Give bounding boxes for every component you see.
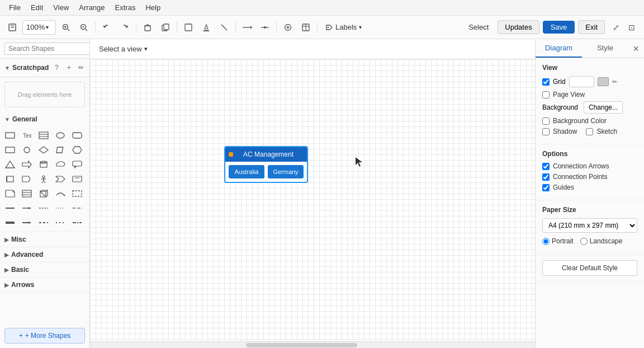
more-shapes-btn[interactable]: + + More Shapes: [4, 328, 85, 344]
fullscreen-btn[interactable]: ⤢: [608, 20, 624, 35]
shape-text[interactable]: Text: [20, 129, 34, 142]
scratchpad-add-btn[interactable]: +: [63, 62, 74, 73]
clear-style-btn[interactable]: Clear Default Style: [542, 260, 637, 276]
save-btn[interactable]: Save: [543, 21, 575, 34]
shape-line-dbl[interactable]: [37, 201, 50, 215]
section-basic-header[interactable]: ▶ Basic: [0, 262, 89, 277]
portrait-radio[interactable]: [542, 238, 550, 245]
scratchpad-edit-btn[interactable]: ✏: [75, 62, 87, 73]
landscape-label[interactable]: Landscape: [580, 237, 623, 245]
shape-hexagon[interactable]: [70, 143, 84, 157]
paper-size-select[interactable]: A4 (210 mm x 297 mm)A3LetterLegal: [542, 218, 637, 233]
shape-cylinder[interactable]: [37, 158, 50, 171]
waypoint-btn[interactable]: [257, 20, 273, 35]
search-input[interactable]: [4, 43, 90, 55]
horizontal-scrollbar[interactable]: [90, 341, 535, 348]
panel-close-btn[interactable]: ✕: [628, 39, 644, 58]
shape-line-solid[interactable]: [3, 201, 17, 215]
background-change-btn[interactable]: Change...: [584, 101, 623, 114]
connection-style-btn[interactable]: [239, 20, 255, 35]
shape-rect-r[interactable]: [70, 129, 84, 142]
menu-edit[interactable]: Edit: [26, 2, 48, 13]
shape-line-dotted[interactable]: [54, 201, 67, 215]
menu-view[interactable]: View: [49, 2, 73, 13]
shape-arrow-right[interactable]: [20, 158, 34, 171]
diagram-btn-germany[interactable]: Germany: [268, 165, 304, 178]
shape-cloud[interactable]: [54, 158, 67, 171]
shape-rect2[interactable]: [70, 187, 84, 200]
shape-list[interactable]: [20, 187, 34, 200]
shape-line-arr2[interactable]: [20, 216, 34, 229]
shape-line-arrow[interactable]: [20, 201, 34, 215]
insert-btn[interactable]: [280, 20, 296, 35]
shape-circle[interactable]: [20, 143, 34, 157]
shape-line-cross[interactable]: [37, 216, 50, 229]
grid-color-edit-btn[interactable]: ✏: [612, 78, 617, 86]
connection-points-checkbox[interactable]: [542, 173, 550, 181]
shape-triangle[interactable]: [3, 158, 17, 171]
scrollbar-thumb-h[interactable]: [246, 343, 357, 347]
connection-arrows-checkbox[interactable]: [542, 163, 550, 170]
tab-diagram[interactable]: Diagram: [536, 39, 582, 58]
shape-note[interactable]: [3, 187, 17, 200]
bg-color-checkbox[interactable]: [542, 117, 550, 125]
shape-process[interactable]: [3, 172, 17, 186]
zoom-out-btn[interactable]: [76, 20, 92, 35]
menu-arrange[interactable]: Arrange: [74, 2, 109, 13]
section-advanced-header[interactable]: ▶ Advanced: [0, 247, 89, 262]
page-view-checkbox[interactable]: [542, 91, 550, 98]
zoom-display[interactable]: 100% ▾: [22, 20, 56, 35]
scratchpad-help-btn[interactable]: ?: [51, 62, 62, 73]
view-selector-btn[interactable]: Select a view ▾: [97, 44, 150, 54]
shape-person[interactable]: [37, 172, 50, 186]
zoom-in-btn[interactable]: [58, 20, 74, 35]
scratchpad-collapse-icon[interactable]: ▼: [4, 65, 10, 71]
shape-rect[interactable]: [3, 129, 17, 142]
redo-btn[interactable]: [117, 20, 132, 35]
grid-size-input[interactable]: 10 pt: [569, 76, 594, 87]
delete-btn[interactable]: [140, 20, 155, 35]
shape-line-mix[interactable]: [70, 216, 84, 229]
shape-chevron[interactable]: [54, 172, 67, 186]
panel-toggle-btn[interactable]: ⊡: [624, 20, 640, 35]
shape-diamond[interactable]: [37, 143, 50, 157]
menu-extras[interactable]: Extras: [111, 2, 140, 13]
shape-parallelogram[interactable]: [54, 143, 67, 157]
shape-cube[interactable]: [37, 187, 50, 200]
exit-btn[interactable]: Exit: [578, 20, 605, 34]
select-btn[interactable]: Select: [463, 21, 494, 34]
line-color-btn[interactable]: [216, 20, 232, 35]
menu-help[interactable]: Help: [141, 2, 165, 13]
updates-btn[interactable]: Updates: [498, 20, 539, 34]
shape-line-thick[interactable]: [3, 216, 17, 229]
section-misc-header[interactable]: ▶ Misc: [0, 232, 89, 247]
canvas[interactable]: AC Management Australia Germany: [90, 59, 535, 341]
diagram-btn-australia[interactable]: Australia: [229, 165, 264, 178]
landscape-radio[interactable]: [580, 238, 588, 245]
undo-btn[interactable]: [99, 20, 115, 35]
page-btn[interactable]: [4, 20, 20, 35]
shadow-checkbox[interactable]: [542, 128, 550, 135]
shape-table[interactable]: [37, 129, 50, 142]
section-general-header[interactable]: ▼ General: [0, 112, 89, 126]
diagram-container[interactable]: AC Management Australia Germany: [224, 146, 308, 183]
portrait-label[interactable]: Portrait: [542, 237, 574, 245]
shape-callout[interactable]: [70, 158, 84, 171]
shape-line-dots2[interactable]: [70, 201, 84, 215]
shape-rect-filled[interactable]: [3, 143, 17, 157]
labels-btn[interactable]: Labels ▾: [321, 21, 366, 34]
shape-line-dash2[interactable]: [54, 216, 67, 229]
fill-color-btn[interactable]: [198, 20, 214, 35]
tab-style[interactable]: Style: [582, 39, 628, 58]
format-btn[interactable]: [181, 20, 196, 35]
guides-checkbox[interactable]: [542, 184, 550, 191]
table-btn[interactable]: [298, 20, 314, 35]
shape-cross[interactable]: [70, 172, 84, 186]
grid-color-swatch[interactable]: [598, 77, 609, 86]
copy-btn[interactable]: [158, 20, 173, 35]
menu-file[interactable]: File: [4, 2, 25, 13]
grid-checkbox[interactable]: [542, 78, 550, 86]
shape-delay[interactable]: [20, 172, 34, 186]
sketch-checkbox[interactable]: [586, 128, 593, 135]
section-arrows-header[interactable]: ▶ Arrows: [0, 278, 89, 292]
